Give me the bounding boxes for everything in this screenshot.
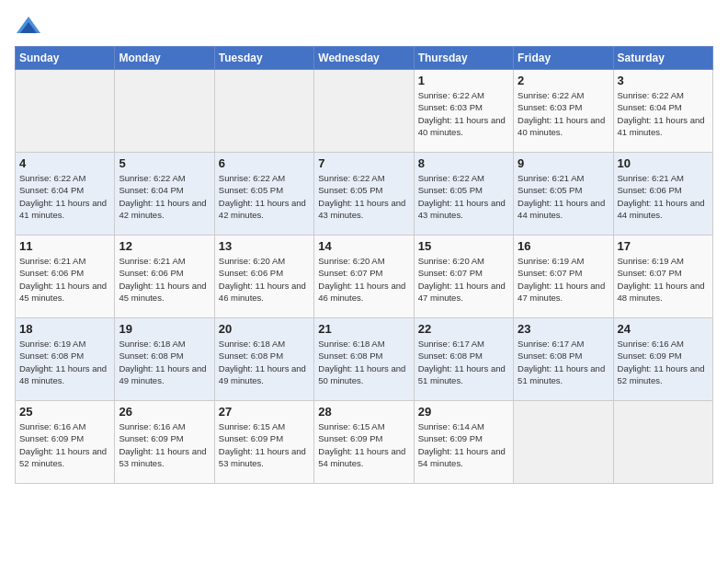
cell-info: Sunrise: 6:22 AM Sunset: 6:03 PM Dayligh…	[418, 89, 509, 138]
cell-info: Sunrise: 6:18 AM Sunset: 6:08 PM Dayligh…	[219, 338, 310, 386]
calendar-cell: 12Sunrise: 6:21 AM Sunset: 6:06 PM Dayli…	[115, 236, 214, 318]
day-number: 26	[119, 405, 210, 419]
calendar-cell: 27Sunrise: 6:15 AM Sunset: 6:09 PM Dayli…	[214, 401, 313, 484]
day-number: 2	[518, 74, 609, 87]
day-number: 5	[119, 156, 210, 170]
day-of-week-header: Wednesday	[314, 47, 414, 70]
day-number: 10	[618, 156, 709, 170]
day-number: 17	[618, 239, 709, 253]
day-of-week-header: Sunday	[16, 47, 115, 70]
calendar-cell: 23Sunrise: 6:17 AM Sunset: 6:08 PM Dayli…	[514, 318, 613, 401]
day-number: 18	[19, 322, 110, 336]
cell-info: Sunrise: 6:22 AM Sunset: 6:05 PM Dayligh…	[219, 172, 310, 221]
cell-info: Sunrise: 6:19 AM Sunset: 6:07 PM Dayligh…	[618, 255, 709, 304]
day-number: 11	[19, 239, 110, 253]
calendar-cell: 8Sunrise: 6:22 AM Sunset: 6:05 PM Daylig…	[414, 153, 513, 236]
day-number: 3	[618, 74, 709, 87]
calendar-cell: 15Sunrise: 6:20 AM Sunset: 6:07 PM Dayli…	[414, 236, 513, 318]
cell-info: Sunrise: 6:18 AM Sunset: 6:08 PM Dayligh…	[318, 338, 409, 386]
calendar-cell: 17Sunrise: 6:19 AM Sunset: 6:07 PM Dayli…	[613, 236, 712, 318]
cell-info: Sunrise: 6:21 AM Sunset: 6:06 PM Dayligh…	[19, 255, 110, 304]
calendar-table: SundayMondayTuesdayWednesdayThursdayFrid…	[15, 46, 713, 484]
cell-info: Sunrise: 6:20 AM Sunset: 6:06 PM Dayligh…	[219, 255, 310, 304]
cell-info: Sunrise: 6:20 AM Sunset: 6:07 PM Dayligh…	[318, 255, 409, 304]
calendar-cell: 14Sunrise: 6:20 AM Sunset: 6:07 PM Dayli…	[314, 236, 414, 318]
calendar-cell: 22Sunrise: 6:17 AM Sunset: 6:08 PM Dayli…	[414, 318, 513, 401]
calendar-cell	[613, 401, 712, 484]
cell-info: Sunrise: 6:20 AM Sunset: 6:07 PM Dayligh…	[418, 255, 509, 304]
calendar-cell: 2Sunrise: 6:22 AM Sunset: 6:03 PM Daylig…	[514, 70, 613, 153]
calendar-cell: 16Sunrise: 6:19 AM Sunset: 6:07 PM Dayli…	[514, 236, 613, 318]
day-number: 7	[318, 156, 409, 170]
day-number: 28	[318, 405, 409, 419]
day-of-week-header: Saturday	[613, 47, 712, 70]
calendar-cell	[115, 70, 214, 153]
day-number: 16	[518, 239, 609, 253]
cell-info: Sunrise: 6:15 AM Sunset: 6:09 PM Dayligh…	[318, 420, 409, 469]
day-number: 13	[219, 239, 310, 253]
cell-info: Sunrise: 6:21 AM Sunset: 6:05 PM Dayligh…	[518, 172, 609, 221]
day-number: 24	[618, 322, 709, 336]
cell-info: Sunrise: 6:16 AM Sunset: 6:09 PM Dayligh…	[618, 338, 709, 386]
calendar-cell: 1Sunrise: 6:22 AM Sunset: 6:03 PM Daylig…	[414, 70, 513, 153]
calendar-cell	[514, 401, 613, 484]
calendar-cell: 19Sunrise: 6:18 AM Sunset: 6:08 PM Dayli…	[115, 318, 214, 401]
day-number: 12	[119, 239, 210, 253]
day-number: 20	[219, 322, 310, 336]
calendar-cell: 24Sunrise: 6:16 AM Sunset: 6:09 PM Dayli…	[613, 318, 712, 401]
calendar-cell: 18Sunrise: 6:19 AM Sunset: 6:08 PM Dayli…	[16, 318, 115, 401]
calendar-cell: 11Sunrise: 6:21 AM Sunset: 6:06 PM Dayli…	[16, 236, 115, 318]
cell-info: Sunrise: 6:22 AM Sunset: 6:05 PM Dayligh…	[418, 172, 509, 221]
calendar-cell: 28Sunrise: 6:15 AM Sunset: 6:09 PM Dayli…	[314, 401, 414, 484]
calendar-cell	[314, 70, 414, 153]
cell-info: Sunrise: 6:21 AM Sunset: 6:06 PM Dayligh…	[119, 255, 210, 304]
day-number: 14	[318, 239, 409, 253]
cell-info: Sunrise: 6:22 AM Sunset: 6:04 PM Dayligh…	[119, 172, 210, 221]
cell-info: Sunrise: 6:15 AM Sunset: 6:09 PM Dayligh…	[219, 420, 310, 469]
calendar-cell	[214, 70, 313, 153]
page-header	[15, 15, 713, 37]
calendar-cell: 26Sunrise: 6:16 AM Sunset: 6:09 PM Dayli…	[115, 401, 214, 484]
logo	[15, 15, 46, 37]
day-of-week-header: Tuesday	[214, 47, 313, 70]
logo-icon	[15, 15, 42, 37]
day-of-week-header: Friday	[514, 47, 613, 70]
calendar-cell: 25Sunrise: 6:16 AM Sunset: 6:09 PM Dayli…	[16, 401, 115, 484]
cell-info: Sunrise: 6:18 AM Sunset: 6:08 PM Dayligh…	[119, 338, 210, 386]
cell-info: Sunrise: 6:16 AM Sunset: 6:09 PM Dayligh…	[119, 420, 210, 469]
day-number: 21	[318, 322, 409, 336]
day-of-week-header: Monday	[115, 47, 214, 70]
day-number: 4	[19, 156, 110, 170]
calendar-cell: 20Sunrise: 6:18 AM Sunset: 6:08 PM Dayli…	[214, 318, 313, 401]
calendar-cell: 13Sunrise: 6:20 AM Sunset: 6:06 PM Dayli…	[214, 236, 313, 318]
day-number: 6	[219, 156, 310, 170]
cell-info: Sunrise: 6:19 AM Sunset: 6:08 PM Dayligh…	[19, 338, 110, 386]
day-number: 22	[418, 322, 509, 336]
calendar-cell: 21Sunrise: 6:18 AM Sunset: 6:08 PM Dayli…	[314, 318, 414, 401]
cell-info: Sunrise: 6:17 AM Sunset: 6:08 PM Dayligh…	[518, 338, 609, 386]
cell-info: Sunrise: 6:22 AM Sunset: 6:03 PM Dayligh…	[518, 89, 609, 138]
calendar-cell: 9Sunrise: 6:21 AM Sunset: 6:05 PM Daylig…	[514, 153, 613, 236]
cell-info: Sunrise: 6:22 AM Sunset: 6:04 PM Dayligh…	[19, 172, 110, 221]
day-number: 8	[418, 156, 509, 170]
day-number: 1	[418, 74, 509, 87]
calendar-cell: 6Sunrise: 6:22 AM Sunset: 6:05 PM Daylig…	[214, 153, 313, 236]
cell-info: Sunrise: 6:19 AM Sunset: 6:07 PM Dayligh…	[518, 255, 609, 304]
day-number: 9	[518, 156, 609, 170]
cell-info: Sunrise: 6:14 AM Sunset: 6:09 PM Dayligh…	[418, 420, 509, 469]
calendar-cell: 4Sunrise: 6:22 AM Sunset: 6:04 PM Daylig…	[16, 153, 115, 236]
calendar-cell: 5Sunrise: 6:22 AM Sunset: 6:04 PM Daylig…	[115, 153, 214, 236]
cell-info: Sunrise: 6:16 AM Sunset: 6:09 PM Dayligh…	[19, 420, 110, 469]
day-of-week-header: Thursday	[414, 47, 513, 70]
day-number: 23	[518, 322, 609, 336]
calendar-cell: 10Sunrise: 6:21 AM Sunset: 6:06 PM Dayli…	[613, 153, 712, 236]
calendar-cell: 3Sunrise: 6:22 AM Sunset: 6:04 PM Daylig…	[613, 70, 712, 153]
cell-info: Sunrise: 6:22 AM Sunset: 6:04 PM Dayligh…	[618, 89, 709, 138]
day-number: 25	[19, 405, 110, 419]
day-number: 19	[119, 322, 210, 336]
day-number: 29	[418, 405, 509, 419]
day-number: 15	[418, 239, 509, 253]
calendar-cell: 7Sunrise: 6:22 AM Sunset: 6:05 PM Daylig…	[314, 153, 414, 236]
cell-info: Sunrise: 6:22 AM Sunset: 6:05 PM Dayligh…	[318, 172, 409, 221]
calendar-cell	[16, 70, 115, 153]
